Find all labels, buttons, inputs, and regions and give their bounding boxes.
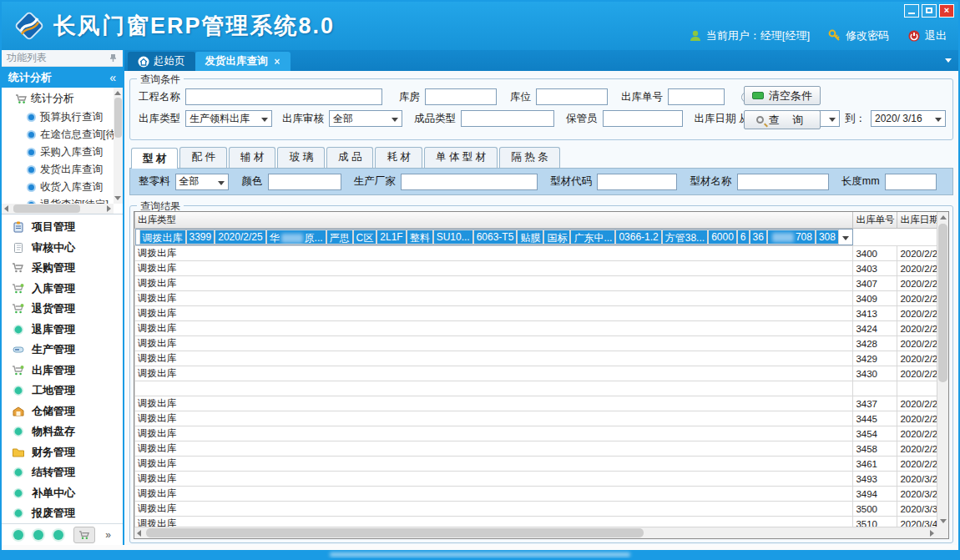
sidebar-item-入库管理[interactable]: 入库管理: [2, 279, 123, 300]
document-tabbar: 起始页 发货出库查询 ×: [124, 50, 958, 71]
table-row[interactable]: 调拨出库34242020/2/26工工程严思G区1L1F整料光身料6063-T5…: [135, 321, 937, 336]
collapse-icon[interactable]: «: [109, 71, 116, 84]
logout-button[interactable]: 退出: [907, 28, 947, 43]
more-modules-button[interactable]: »: [105, 529, 111, 541]
filter-label: 整零料: [139, 174, 170, 189]
window-controls: ×: [904, 4, 954, 18]
tree-item[interactable]: 发货出库查询: [5, 161, 123, 179]
pin-icon[interactable]: [109, 53, 118, 63]
material-tab[interactable]: 单 体 型 材: [424, 147, 498, 168]
sidebar-item-出库管理[interactable]: 出库管理: [2, 361, 123, 381]
tree-item[interactable]: 预算执行查询: [5, 108, 123, 126]
table-row[interactable]: 调拨出库34582020/2/28华原...陈琳C区4L1F整料光身料6063-…: [135, 441, 937, 457]
table-row[interactable]: 调拨出库34932020/3/2华原...陈琳C区1L1F整料黑色塑料不贴膜国标…: [135, 472, 937, 487]
sidebar-item-结转管理[interactable]: 结转管理: [2, 462, 123, 483]
search-button[interactable]: 查 询: [744, 110, 821, 129]
filter-select[interactable]: 全部: [175, 174, 230, 190]
tab-list-dropdown-icon[interactable]: [945, 58, 952, 63]
table-row[interactable]: 调拨出库34302020/2/26石城陈琳G区3L3F整料KLM38176063…: [135, 366, 937, 381]
tree-root-item[interactable]: 统计分析: [5, 89, 123, 108]
module-dot-icon[interactable]: [13, 530, 23, 540]
tab-home[interactable]: 起始页: [128, 52, 195, 71]
column-header[interactable]: 出库单号: [853, 212, 897, 229]
sidebar-item-采购管理[interactable]: 采购管理: [2, 258, 123, 279]
table-row[interactable]: 调拨出库34542020/2/28工共工程严思G区1R1F整料光身料6063-T…: [135, 426, 937, 441]
material-tab[interactable]: 配 件: [179, 147, 226, 168]
tree-horizontal-scrollbar[interactable]: [2, 204, 114, 214]
outbound-type-select[interactable]: 生产领料出库: [185, 110, 272, 127]
table-row[interactable]: G区3L3F整料KLM38176063-T5贴膜国标山东华...GA90M09.…: [135, 381, 937, 396]
material-tab[interactable]: 成 品: [326, 147, 373, 168]
material-tab[interactable]: 隔 热 条: [499, 147, 559, 168]
clipboard-icon: [12, 221, 25, 233]
sidebar-item-审核中心[interactable]: 审核中心: [2, 238, 123, 259]
table-row[interactable]: 调拨出库34942020/3/2石辉城汤伟H区5R1F整料光身料6063-T5贴…: [135, 487, 937, 502]
table-row[interactable]: 调拨出库35102020/3/4工共工程陈琳F区5R1F整料光身料6063-T5…: [135, 517, 937, 527]
tree-item-label: 在途信息查询[待: [40, 128, 116, 142]
filter-input[interactable]: [401, 174, 538, 190]
table-row[interactable]: 调拨出库34372020/2/27佛...陈琳B区3R8F整料PW056063-…: [135, 396, 937, 411]
table-row[interactable]: 调拨出库34092020/2/25长...陈琳B区2R5F整料LI35HD606…: [135, 291, 937, 306]
tree-item[interactable]: 收货入库查询: [5, 179, 123, 196]
table-row[interactable]: 调拨出库34032020/2/25工工程严思G区1R1F整料光身料6063-T5…: [135, 261, 937, 276]
keeper-input[interactable]: [603, 110, 683, 127]
date-to-picker[interactable]: 2020/ 3/16: [871, 110, 946, 127]
cart-module-button[interactable]: [73, 527, 95, 543]
table-row[interactable]: 调拨出库34282020/2/26石城陈琳G区2L4F整料KLM38176063…: [135, 336, 937, 351]
clear-conditions-button[interactable]: 清空条件: [744, 86, 821, 105]
project-name-input[interactable]: [185, 88, 382, 105]
table-row[interactable]: 调拨出库35002020/3/3工共工程曹佳D区3L1F整料LT3P606063…: [135, 502, 937, 517]
scrollbar-corner: [937, 527, 948, 538]
maximize-button[interactable]: [922, 4, 937, 18]
table-row[interactable]: 调拨出库34002020/2/25华原...严思C区4L1F整料SU10...6…: [135, 246, 937, 261]
sidebar-item-退库管理[interactable]: 退库管理: [2, 320, 123, 341]
filter-input[interactable]: [885, 174, 937, 190]
material-tab[interactable]: 辅 材: [229, 147, 275, 168]
warehouse-input[interactable]: [425, 88, 497, 105]
tab-close-icon[interactable]: ×: [275, 56, 280, 68]
audit-select[interactable]: 全部: [329, 110, 402, 127]
change-password-button[interactable]: 修改密码: [828, 28, 889, 43]
table-row[interactable]: 调拨出库33992020/2/25华原...严思C区2L1F整料SU10...6…: [135, 229, 853, 245]
table-row[interactable]: 调拨出库34072020/2/25工工程严思G区1L1F整料光身料6063-T5…: [135, 276, 937, 291]
location-input[interactable]: [536, 88, 608, 105]
filter-input[interactable]: [268, 174, 341, 190]
tab-shipping-outbound-query[interactable]: 发货出库查询 ×: [195, 52, 291, 71]
outbound-no-label: 出库单号: [621, 90, 663, 104]
sidebar-item-项目管理[interactable]: 项目管理: [2, 217, 123, 238]
filter-label: 颜色: [242, 174, 263, 189]
column-header[interactable]: 出库日期: [897, 212, 937, 229]
table-row[interactable]: 调拨出库34452020/2/27工共工程严思F区5R1F整料光身料6063-T…: [135, 411, 937, 426]
sidebar-item-补单中心[interactable]: 补单中心: [2, 483, 123, 504]
table-vertical-scrollbar[interactable]: [937, 212, 948, 527]
table-row[interactable]: 调拨出库34132020/2/26南...严思C区5R3F整料G71422606…: [135, 306, 937, 321]
table-row[interactable]: 调拨出库34612020/2/28华原...陈琳B区1R2F整料F8877FT6…: [135, 457, 937, 472]
outbound-no-input[interactable]: [668, 88, 725, 105]
sidebar-item-label: 财务管理: [32, 445, 75, 460]
sidebar-item-物料盘存[interactable]: 物料盘存: [2, 421, 123, 442]
filter-input[interactable]: [597, 174, 677, 190]
sidebar-item-生产管理[interactable]: 生产管理: [2, 340, 123, 361]
tree-item[interactable]: 采购入库查询: [5, 144, 123, 161]
table-horizontal-scrollbar[interactable]: [134, 527, 937, 538]
sidebar-item-仓储管理[interactable]: 仓储管理: [2, 401, 123, 422]
tree-vertical-scrollbar[interactable]: [114, 88, 123, 204]
sidebar-section-header[interactable]: 统计分析 «: [2, 67, 123, 88]
table-row[interactable]: 调拨出库34292020/2/26石城陈琳G区5R2F整料KLM38176063…: [135, 351, 937, 366]
close-button[interactable]: ×: [939, 4, 954, 18]
material-tab[interactable]: 耗 材: [375, 147, 422, 168]
material-tab[interactable]: 型 材: [131, 148, 178, 169]
tree-item[interactable]: 在途信息查询[待: [5, 126, 123, 144]
column-header[interactable]: 出库类型: [135, 212, 853, 229]
sidebar-item-财务管理[interactable]: 财务管理: [2, 442, 123, 463]
material-tab[interactable]: 玻 璃: [277, 147, 324, 168]
minimize-button[interactable]: [904, 4, 919, 18]
sidebar-item-工地管理[interactable]: 工地管理: [2, 381, 123, 401]
product-type-input[interactable]: [461, 110, 554, 127]
tree-item[interactable]: 退库管理[待定]: [5, 214, 123, 214]
sidebar-item-退货管理[interactable]: 退货管理: [2, 299, 123, 320]
sidebar-item-报废管理[interactable]: 报废管理: [2, 503, 123, 523]
filter-input[interactable]: [737, 174, 829, 190]
module-dot-icon[interactable]: [53, 530, 63, 540]
module-dot-icon[interactable]: [33, 530, 43, 540]
